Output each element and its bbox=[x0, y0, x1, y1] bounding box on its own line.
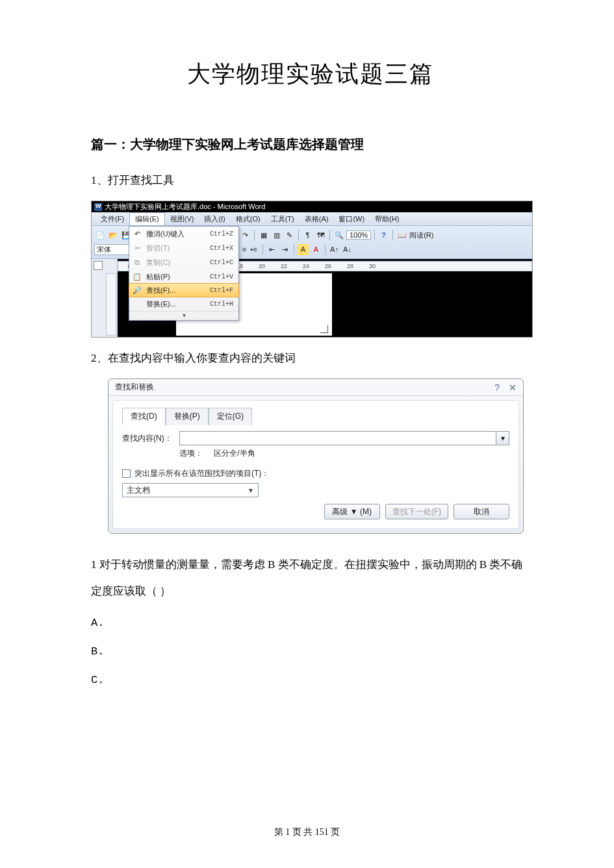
drawing-icon[interactable]: ✎ bbox=[284, 230, 295, 241]
option-value: 区分全/半角 bbox=[214, 449, 255, 458]
menu-format[interactable]: 格式(O) bbox=[231, 213, 266, 225]
paste-menu-icon: 📋 bbox=[132, 271, 142, 282]
read-label[interactable]: 阅读(R) bbox=[409, 230, 433, 240]
bullets-icon[interactable]: •≡ bbox=[248, 244, 259, 255]
option-a: A. bbox=[91, 609, 530, 638]
menu-table[interactable]: 表格(A) bbox=[300, 213, 334, 225]
document-title: 大学物理实验试题三篇 bbox=[91, 58, 530, 90]
indent-dec-icon[interactable]: ⇤ bbox=[266, 244, 277, 255]
help-icon[interactable]: ? bbox=[378, 230, 389, 241]
map-icon[interactable]: 🗺 bbox=[315, 230, 326, 241]
scope-select[interactable]: 主文档 ▼ bbox=[122, 483, 259, 497]
read-mode-icon[interactable]: 📖 bbox=[396, 230, 407, 241]
paragraph-icon[interactable]: ¶ bbox=[302, 230, 313, 241]
vertical-ruler bbox=[106, 273, 116, 336]
tab-goto[interactable]: 定位(G) bbox=[209, 408, 252, 425]
shrink-font-icon[interactable]: A↓ bbox=[342, 244, 353, 255]
find-content-input[interactable]: ▾ bbox=[179, 431, 509, 445]
option-c: C. bbox=[91, 666, 530, 695]
menu-expand[interactable]: ▾ bbox=[129, 311, 238, 320]
label-option: 选项： bbox=[179, 449, 203, 458]
indent-inc-icon[interactable]: ⇥ bbox=[279, 244, 290, 255]
columns-icon[interactable]: ▥ bbox=[271, 230, 282, 241]
font-color-icon[interactable]: A bbox=[311, 244, 322, 255]
menu-paste[interactable]: 📋 粘贴(P) Ctrl+V bbox=[129, 269, 238, 284]
copy-menu-icon: ⧉ bbox=[132, 257, 142, 267]
menu-undo[interactable]: ↶ 撤消(U)键入 Ctrl+Z bbox=[129, 227, 238, 241]
menu-copy[interactable]: ⧉ 复制(C) Ctrl+C bbox=[129, 255, 238, 269]
label-find-content: 查找内容(N)： bbox=[122, 433, 174, 444]
cut-menu-icon: ✂ bbox=[132, 243, 142, 253]
undo-menu-icon: ↶ bbox=[132, 229, 142, 239]
more-button[interactable]: 高级 ▼ (M) bbox=[324, 504, 380, 519]
word-title-text: 大学物理下实验网上考试题库.doc - Microsoft Word bbox=[105, 202, 265, 212]
find-next-button[interactable]: 查找下一处(F) bbox=[385, 504, 448, 519]
question-1: 1 对于转动惯量的测量量，需要考虑 B 类不确定度。在扭摆实验中，振动周期的 B… bbox=[91, 552, 530, 605]
zoom-level[interactable]: 100% bbox=[346, 230, 371, 240]
dialog-title: 查找和替换 bbox=[115, 382, 154, 393]
tab-replace[interactable]: 替换(P) bbox=[166, 408, 209, 425]
highlight-checkbox[interactable] bbox=[122, 469, 131, 478]
dialog-help-icon[interactable]: ? bbox=[494, 382, 500, 393]
dialog-close-icon[interactable]: ✕ bbox=[509, 382, 517, 393]
tab-selector-icon[interactable] bbox=[94, 261, 103, 270]
tab-find[interactable]: 查找(D) bbox=[122, 408, 166, 425]
open-icon[interactable]: 📂 bbox=[107, 230, 118, 241]
new-icon[interactable]: 📄 bbox=[94, 230, 105, 241]
word-menubar: 文件(F) 编辑(E) 视图(V) 插入(I) 格式(O) 工具(T) 表格(A… bbox=[92, 212, 532, 226]
step-2: 2、在查找内容中输入你要查内容的关键词 bbox=[91, 351, 530, 366]
menu-tools[interactable]: 工具(T) bbox=[266, 213, 300, 225]
chevron-down-icon: ▼ bbox=[248, 487, 254, 494]
redo-icon[interactable]: ↷ bbox=[240, 230, 251, 241]
highlight-icon[interactable]: A bbox=[298, 244, 309, 255]
menu-edit[interactable]: 编辑(E) bbox=[129, 212, 165, 225]
combo-arrow-icon[interactable]: ▾ bbox=[496, 432, 509, 445]
menu-help[interactable]: 帮助(H) bbox=[370, 213, 404, 225]
menu-file[interactable]: 文件(F) bbox=[96, 213, 129, 225]
menu-insert[interactable]: 插入(I) bbox=[199, 213, 230, 225]
word-titlebar: 大学物理下实验网上考试题库.doc - Microsoft Word bbox=[92, 201, 532, 212]
page-footer: 第 1 页 共 151 页 bbox=[0, 826, 614, 838]
zoom-out-icon[interactable]: 🔍 bbox=[333, 230, 344, 241]
menu-replace[interactable]: 替换(E)... Ctrl+H bbox=[129, 297, 238, 311]
edit-menu-dropdown: ↶ 撤消(U)键入 Ctrl+Z ✂ 剪切(T) Ctrl+X ⧉ 复制(C) … bbox=[129, 226, 239, 321]
word-icon bbox=[94, 203, 102, 211]
section-title: 篇一：大学物理下实验网上考试题库选择题管理 bbox=[91, 136, 530, 153]
table-icon[interactable]: ▦ bbox=[258, 230, 269, 241]
page-corner-icon bbox=[320, 325, 328, 333]
step-1: 1、打开查找工具 bbox=[91, 173, 530, 188]
menu-cut[interactable]: ✂ 剪切(T) Ctrl+X bbox=[129, 241, 238, 255]
menu-window[interactable]: 窗口(W) bbox=[333, 213, 370, 225]
option-b: B. bbox=[91, 638, 530, 666]
grow-font-icon[interactable]: A↑ bbox=[329, 244, 340, 255]
find-menu-icon: 🔎 bbox=[132, 285, 142, 295]
replace-menu-icon bbox=[132, 299, 142, 309]
highlight-checkbox-label: 突出显示所有在该范围找到的项目(T)： bbox=[134, 468, 269, 479]
word-screenshot: 大学物理下实验网上考试题库.doc - Microsoft Word 文件(F)… bbox=[91, 201, 533, 338]
menu-view[interactable]: 视图(V) bbox=[165, 213, 199, 225]
menu-find[interactable]: 🔎 查找(F)... Ctrl+F bbox=[129, 283, 239, 297]
find-replace-dialog: 查找和替换 ? ✕ 查找(D) 替换(P) 定位(G) 查找内容(N)： ▾ 选… bbox=[108, 378, 524, 534]
cancel-button[interactable]: 取消 bbox=[454, 504, 509, 519]
